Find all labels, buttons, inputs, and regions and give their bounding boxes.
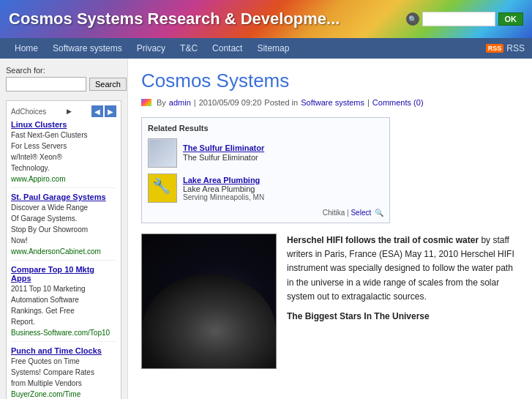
rss-icon: RSS <box>486 44 504 53</box>
related-footer: Chitika | Select 🔍 <box>148 209 383 217</box>
article-subtitle: The Biggest Stars In The Universe <box>287 310 519 324</box>
ad-4-title[interactable]: Punch and Time Clocks <box>11 346 116 355</box>
header-search-area: 🔍 OK <box>406 12 524 26</box>
related-item-2: 🔧 Lake Area Plumbing Lake Area Plumbing … <box>148 174 383 203</box>
post-meta-posted-in: Posted in <box>264 98 298 107</box>
ad-1-line3: w/Intel® Xeon® <box>11 152 116 163</box>
ad-2-title[interactable]: St. Paul Garage Systems <box>11 193 116 201</box>
ad-3-title[interactable]: Compare Top 10 Mktg Apps <box>11 265 116 283</box>
ad-2-url: www.AndersonCabinet.com <box>11 247 116 256</box>
ad-2-line1: Discover a Wide Range <box>11 203 116 213</box>
nav-software-systems[interactable]: Software systems <box>45 38 130 59</box>
ad-4-line2: Systems! Compare Rates <box>11 368 116 378</box>
page-title: Cosmos Systems <box>141 70 519 92</box>
ad-1-line1: Fast Next-Gen Clusters <box>11 130 116 141</box>
post-meta-separator2: | <box>367 98 370 107</box>
header: Cosmos Systems Research & Developme... 🔍… <box>0 0 532 38</box>
post-meta-by: By <box>157 98 166 107</box>
ad-2-line3: Stop By Our Showroom <box>11 225 116 235</box>
related-results-title: Related Results <box>148 124 383 133</box>
header-search-button[interactable]: OK <box>498 12 524 26</box>
post-meta-comments[interactable]: Comments (0) <box>372 98 424 107</box>
nav-privacy[interactable]: Privacy <box>130 38 173 59</box>
ad-4-url: BuyerZone.com/Time <box>11 390 116 398</box>
ad-2-line2: Of Garage Systems. <box>11 214 116 224</box>
related-footer-icon: 🔍 <box>375 209 383 217</box>
sidebar: Search for: Search AdChoices ▶ ◀ ▶ Linux… <box>0 59 128 399</box>
main-container: Search for: Search AdChoices ▶ ◀ ▶ Linux… <box>0 59 532 399</box>
nav-sitemap[interactable]: Sitemap <box>250 38 296 59</box>
search-icon: 🔍 <box>406 12 419 26</box>
header-search-input[interactable] <box>422 12 495 26</box>
ad-choices-row: AdChoices ▶ ◀ ▶ <box>11 105 116 117</box>
article-image <box>141 234 277 369</box>
post-meta-icon <box>141 99 151 106</box>
sidebar-search-button[interactable]: Search <box>89 78 127 91</box>
ad-3-line1: 2011 Top 10 Marketing <box>11 284 116 294</box>
ad-3-url: Business-Software.com/Top10 <box>11 329 116 337</box>
related-select-link[interactable]: Select <box>351 209 371 217</box>
related-item-1-text: The Sulfur Eliminator <box>183 153 258 162</box>
related-results-box: Related Results The Sulfur Eliminator Th… <box>141 117 390 223</box>
related-item-2-sub: Serving Minneapolis, MN <box>183 193 264 201</box>
sidebar-search-label: Search for: <box>6 66 121 75</box>
ad-choices-icon: ▶ <box>67 108 72 115</box>
ad-next-button[interactable]: ▶ <box>105 105 116 117</box>
article-intro: Herschel HIFI follows the trail of cosmi… <box>287 234 519 304</box>
ad-4-line1: Free Quotes on Time <box>11 357 116 367</box>
ad-1-line4: Technology. <box>11 163 116 174</box>
rss-area: RSS RSS <box>486 43 525 53</box>
article-body: Herschel HIFI follows the trail of cosmi… <box>141 234 519 369</box>
sidebar-search-row: Search <box>6 77 121 92</box>
ad-nav-arrows: ◀ ▶ <box>91 105 116 117</box>
related-chitika-link[interactable]: Chitika <box>323 209 345 217</box>
related-item-2-thumb: 🔧 <box>148 174 177 203</box>
related-item-2-link[interactable]: Lake Area Plumbing <box>183 176 264 184</box>
post-meta: By admin | 2010/05/09 09:20 Posted in So… <box>141 98 519 107</box>
navbar: Home Software systems Privacy T&C Contac… <box>0 38 532 59</box>
site-title: Cosmos Systems Research & Developme... <box>9 10 406 29</box>
related-item-2-info: Lake Area Plumbing Lake Area Plumbing Se… <box>183 176 264 201</box>
ad-1-line2: For Less Servers <box>11 141 116 152</box>
content-area: Cosmos Systems By admin | 2010/05/09 09:… <box>128 59 532 399</box>
ad-3-line4: Report. <box>11 317 116 327</box>
sidebar-search-input[interactable] <box>6 77 86 92</box>
ad-1-url: www.Appiro.com <box>11 175 116 183</box>
ad-1-title[interactable]: Linux Clusters <box>11 120 116 129</box>
ad-4-line3: from Multiple Vendors <box>11 379 116 389</box>
ad-prev-button[interactable]: ◀ <box>91 105 103 117</box>
related-item-1-thumb <box>148 138 177 168</box>
ad-block: AdChoices ▶ ◀ ▶ Linux Clusters Fast Next… <box>6 100 121 399</box>
nav-tc[interactable]: T&C <box>173 38 205 59</box>
article-bold-intro: Herschel HIFI follows the trail of cosmi… <box>287 235 479 245</box>
post-meta-separator1: | <box>194 98 196 107</box>
related-item-1-info: The Sulfur Eliminator The Sulfur Elimina… <box>183 143 264 163</box>
related-item-1: The Sulfur Eliminator The Sulfur Elimina… <box>148 138 383 168</box>
ad-3-line2: Automation Software <box>11 295 116 305</box>
ad-choices-label: AdChoices <box>11 108 46 116</box>
related-item-1-link[interactable]: The Sulfur Eliminator <box>183 143 264 152</box>
nav-home[interactable]: Home <box>7 38 45 59</box>
article-subtitle-text: The Biggest Stars In The Universe <box>287 311 430 321</box>
post-meta-category[interactable]: Software systems <box>301 98 364 107</box>
related-item-2-text: Lake Area Plumbing <box>183 184 264 193</box>
svg-text:🔧: 🔧 <box>152 177 171 195</box>
ad-3-line3: Rankings. Get Free <box>11 306 116 316</box>
post-meta-author[interactable]: admin <box>169 98 191 107</box>
ad-2-line4: Now! <box>11 236 116 246</box>
moon-surface <box>142 275 276 368</box>
rss-label[interactable]: RSS <box>506 43 525 53</box>
nav-contact[interactable]: Contact <box>205 38 250 59</box>
article-text: Herschel HIFI follows the trail of cosmi… <box>287 234 519 369</box>
post-meta-date: 2010/05/09 09:20 <box>199 98 262 107</box>
